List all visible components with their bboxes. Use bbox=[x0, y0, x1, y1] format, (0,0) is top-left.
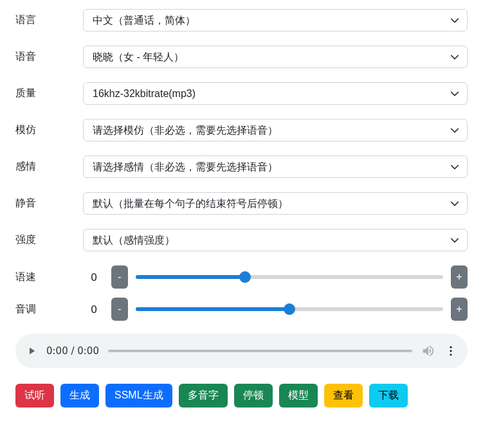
kebab-menu-icon[interactable] bbox=[444, 345, 457, 357]
quality-select[interactable]: 16khz-32kbitrate(mp3) bbox=[83, 82, 468, 105]
intensity-select[interactable]: 默认（感情强度） bbox=[83, 229, 468, 251]
pitch-label: 音调 bbox=[15, 303, 83, 316]
preview-button[interactable]: 试听 bbox=[15, 384, 54, 408]
svg-point-1 bbox=[450, 350, 451, 352]
language-select[interactable]: 中文（普通话，简体） bbox=[83, 9, 468, 31]
mute-label: 静音 bbox=[15, 197, 83, 210]
ssml-button[interactable]: SSML生成 bbox=[105, 384, 172, 408]
imitation-select[interactable]: 请选择模仿（非必选，需要先选择语音） bbox=[83, 119, 468, 141]
audio-progress-bar[interactable] bbox=[108, 350, 412, 352]
quality-label: 质量 bbox=[15, 87, 83, 100]
speed-increase-button[interactable]: + bbox=[451, 265, 468, 289]
audio-time: 0:00 / 0:00 bbox=[46, 345, 99, 357]
speed-decrease-button[interactable]: - bbox=[111, 265, 128, 289]
speed-slider[interactable] bbox=[136, 275, 443, 279]
model-button[interactable]: 模型 bbox=[279, 384, 318, 408]
view-button[interactable]: 查看 bbox=[324, 384, 363, 408]
speed-label: 语速 bbox=[15, 271, 83, 284]
svg-point-0 bbox=[450, 346, 451, 348]
play-icon[interactable] bbox=[26, 345, 37, 357]
audio-player[interactable]: 0:00 / 0:00 bbox=[15, 334, 468, 368]
emotion-label: 感情 bbox=[15, 160, 83, 174]
voice-label: 语音 bbox=[15, 50, 83, 64]
generate-button[interactable]: 生成 bbox=[60, 384, 99, 408]
pitch-value: 0 bbox=[91, 303, 104, 316]
pitch-decrease-button[interactable]: - bbox=[111, 298, 128, 321]
intensity-label: 强度 bbox=[15, 233, 83, 247]
voice-select[interactable]: 晓晓（女 - 年轻人） bbox=[83, 46, 468, 68]
mute-select[interactable]: 默认（批量在每个句子的结束符号后停顿） bbox=[83, 192, 468, 215]
speed-value: 0 bbox=[91, 271, 104, 283]
pause-button[interactable]: 停顿 bbox=[234, 384, 273, 408]
pitch-increase-button[interactable]: + bbox=[451, 298, 468, 321]
svg-point-2 bbox=[450, 354, 451, 355]
volume-icon[interactable] bbox=[421, 344, 435, 358]
emotion-select[interactable]: 请选择感情（非必选，需要先选择语音） bbox=[83, 156, 468, 178]
language-label: 语言 bbox=[15, 13, 83, 27]
imitation-label: 模仿 bbox=[15, 123, 83, 137]
poly-button[interactable]: 多音字 bbox=[179, 384, 228, 408]
pitch-slider[interactable] bbox=[136, 307, 443, 311]
download-button[interactable]: 下载 bbox=[369, 384, 408, 408]
